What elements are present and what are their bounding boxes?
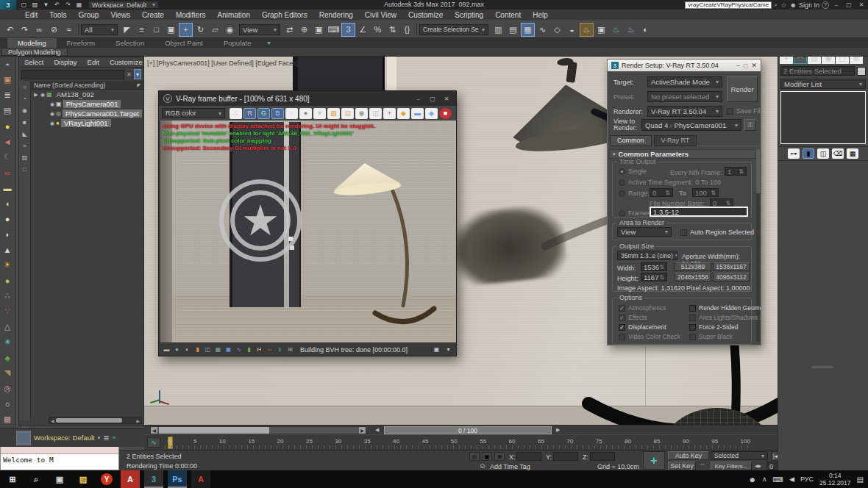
- explorer-cameras-filter-icon[interactable]: ■: [19, 116, 30, 128]
- dialog-minimize-button[interactable]: –: [736, 62, 740, 69]
- teapot-icon[interactable]: ◓: [0, 57, 15, 72]
- show-end-result-button[interactable]: ▮: [803, 148, 814, 159]
- render-setup-scrollbar[interactable]: [756, 149, 760, 342]
- isolate-selection-icon[interactable]: ◎: [469, 452, 480, 461]
- opt-effects[interactable]: Effects: [619, 314, 686, 321]
- sign-in-link[interactable]: Sign In: [799, 1, 819, 9]
- vfb-duplicate-icon[interactable]: ◫: [369, 108, 382, 119]
- ref-coord-dropdown[interactable]: View: [239, 24, 280, 35]
- preview-icon[interactable]: ▣: [0, 72, 15, 87]
- autocad-button[interactable]: A: [121, 470, 140, 488]
- opt-video-color[interactable]: Video Color Check: [619, 333, 686, 340]
- preset-dropdown[interactable]: No preset selected: [647, 91, 722, 102]
- new-scene-icon[interactable]: ▢: [19, 1, 29, 10]
- snowflake-icon[interactable]: ✳: [0, 334, 15, 350]
- explorer-arrow-icon[interactable]: ◣: [19, 128, 30, 140]
- plant-icon[interactable]: ♣: [0, 350, 15, 365]
- vfb-color-correction-icon[interactable]: ◆: [397, 108, 410, 119]
- curve-editor-icon[interactable]: ∿: [536, 23, 549, 37]
- select-by-name-icon[interactable]: ≡: [135, 23, 149, 37]
- menu-item[interactable]: Modifiers: [170, 10, 212, 21]
- vfb-footer-orange-icon[interactable]: ▮: [193, 345, 202, 354]
- menu-item[interactable]: Group: [73, 10, 105, 21]
- vfb-save-image-icon[interactable]: ▼: [313, 108, 326, 119]
- pan-scrollbar[interactable]: ◀ ▶: [150, 426, 366, 434]
- range-to-input[interactable]: 100: [692, 188, 719, 197]
- angle-snap-icon[interactable]: ∠: [356, 23, 370, 37]
- view-lock-button[interactable]: ⚿: [744, 119, 756, 131]
- view-to-render-dropdown[interactable]: Quad 4 - PhysCamera001: [641, 119, 741, 131]
- panel-icon[interactable]: ▬: [0, 180, 15, 195]
- explorer-clear-icon[interactable]: ✕: [127, 71, 132, 78]
- menu-item[interactable]: Animation: [211, 10, 255, 21]
- vfb-region-render-icon[interactable]: +: [383, 108, 396, 119]
- vfb-footer-compare-icon[interactable]: ◫: [203, 345, 213, 354]
- mini-view-button[interactable]: [16, 431, 31, 445]
- glasses-icon[interactable]: ∞: [0, 165, 15, 180]
- plane-icon[interactable]: ●: [0, 211, 15, 226]
- render-setup-tab[interactable]: V-Ray RT: [654, 135, 697, 146]
- spinner-snap-icon[interactable]: ⇅: [385, 23, 399, 37]
- photoshop-button[interactable]: Ps: [168, 470, 187, 488]
- target-dropdown[interactable]: ActiveShade Mode: [647, 76, 722, 87]
- save-file-icon[interactable]: ▼: [41, 1, 51, 10]
- material-editor-icon[interactable]: ◒: [565, 23, 579, 37]
- task-view-button[interactable]: ▣: [50, 470, 69, 488]
- vfb-stop-icon[interactable]: ■: [439, 108, 452, 119]
- vfb-footer-bars-icon[interactable]: ‖: [275, 345, 285, 354]
- renderer-dropdown[interactable]: V-Ray RT 3.50.04: [647, 106, 722, 117]
- user-icon[interactable]: ☻: [789, 1, 796, 9]
- vfb-close-button[interactable]: ✕: [441, 95, 452, 103]
- modifier-list-dropdown[interactable]: Modifier List: [780, 79, 866, 89]
- project-folder-icon[interactable]: ▦: [74, 1, 84, 10]
- vfb-footer-pan-icon[interactable]: ▬: [162, 345, 171, 354]
- vfb-color-preview-icon[interactable]: ∴: [230, 108, 242, 119]
- vfb-green-channel-icon[interactable]: G: [257, 108, 270, 119]
- viewport-label[interactable]: [+] [PhysCamera001] [User Defined] [Edge…: [147, 60, 298, 67]
- vfb-track-mouse-icon[interactable]: ◉: [355, 108, 368, 119]
- vfb-alpha-channel-icon[interactable]: ●: [285, 108, 298, 119]
- single-radio[interactable]: Single: [619, 168, 647, 175]
- redo-icon[interactable]: ↷: [18, 23, 32, 37]
- vfb-footer-h-icon[interactable]: H: [255, 345, 264, 354]
- select-manipulate-icon[interactable]: ▣: [312, 23, 326, 37]
- vfb-exposure-icon[interactable]: ▬: [411, 108, 424, 119]
- vfb-minimize-button[interactable]: –: [413, 95, 424, 103]
- absolute-offset-icon[interactable]: ⊕: [494, 452, 505, 461]
- configure-sets-button[interactable]: ▦: [847, 148, 858, 159]
- vfb-red-channel-icon[interactable]: R: [243, 108, 256, 119]
- keyboard-override-icon[interactable]: ⌨: [327, 23, 341, 37]
- ribbon-tab[interactable]: Selection: [105, 38, 154, 48]
- vfb-footer-green-icon[interactable]: ▮: [244, 345, 254, 354]
- menu-item[interactable]: Scripting: [449, 10, 489, 21]
- vfb-titlebar[interactable]: V V-Ray frame buffer - [100% of 631 x 48…: [159, 91, 456, 106]
- area-dropdown[interactable]: View: [617, 227, 672, 237]
- set-key-button[interactable]: Set Key: [668, 462, 696, 470]
- render-button[interactable]: Render: [727, 76, 758, 102]
- dialog-maximize-button[interactable]: ▢: [743, 62, 749, 69]
- clock[interactable]: 0:1425.12.2017: [819, 472, 851, 487]
- maximize-button[interactable]: ▢: [844, 1, 854, 9]
- height-input[interactable]: 1167: [641, 273, 667, 281]
- scale-icon[interactable]: ▱: [208, 23, 222, 37]
- create-key-button[interactable]: +: [643, 451, 665, 470]
- explorer-menu-item[interactable]: Display: [49, 57, 82, 68]
- explorer-sync-icon[interactable]: ◔: [19, 93, 30, 104]
- render-setup-icon[interactable]: ♨: [580, 23, 594, 37]
- modifier-stack[interactable]: [780, 91, 866, 144]
- make-unique-button[interactable]: ◫: [817, 148, 829, 159]
- app-logo[interactable]: 3: [0, 0, 16, 10]
- save-file-checkbox[interactable]: Save File: [727, 107, 761, 115]
- explorer-row-physcamera[interactable]: ◉ ▣ PhysCamera001: [31, 99, 143, 109]
- keyboard-icon[interactable]: ▤: [0, 103, 15, 118]
- explorer-menu-item[interactable]: Edit: [82, 57, 104, 68]
- vfb-blue-channel-icon[interactable]: B: [271, 108, 284, 119]
- sphere-icon[interactable]: ●: [0, 273, 15, 288]
- time-tag-icon[interactable]: ⊙: [480, 462, 485, 470]
- menu-item[interactable]: Rendering: [313, 10, 359, 21]
- opt-area-lights[interactable]: Area Lights/Shadows as Points: [689, 314, 761, 321]
- explorer-row-target[interactable]: ◉ ◎ PhysCamera001.Target: [31, 109, 143, 118]
- vfb-footer-swap-icon[interactable]: ⇔: [265, 345, 274, 354]
- shell-icon[interactable]: ◎: [0, 381, 15, 396]
- crane-icon[interactable]: △: [0, 319, 15, 334]
